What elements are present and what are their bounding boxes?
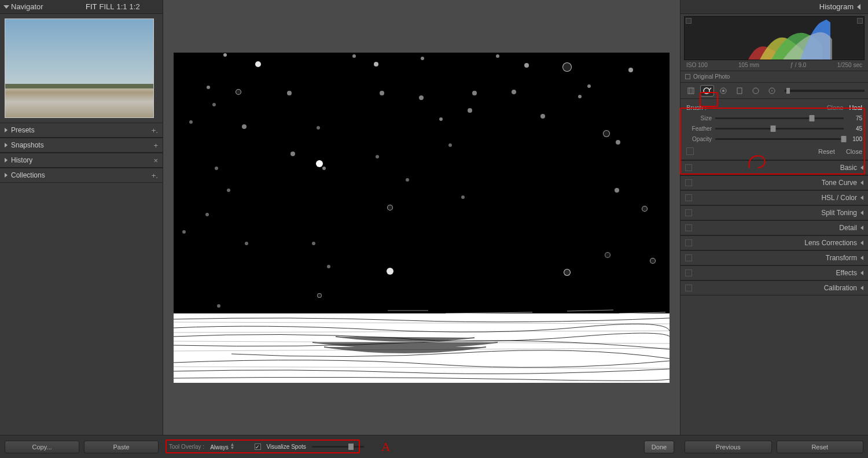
panel-switch-icon[interactable]: [685, 239, 692, 246]
dust-spot: [223, 53, 227, 57]
copy-button[interactable]: Copy...: [5, 441, 79, 453]
disclosure-icon: [860, 210, 863, 215]
zoom-options[interactable]: FITFILL1:11:2: [84, 2, 158, 11]
tool-overlay-dropdown[interactable]: Always ▲▼: [210, 443, 234, 450]
dust-spot: [182, 230, 186, 234]
slider-opacity[interactable]: Opacity100: [686, 134, 862, 144]
panel-switch-icon[interactable]: [685, 164, 692, 171]
brush-label: Brush :: [686, 104, 821, 111]
section-calibration[interactable]: Calibration: [681, 280, 868, 296]
disclosure-icon: [860, 286, 863, 290]
dust-spot: [615, 188, 619, 193]
panel-switch-icon[interactable]: [685, 254, 692, 261]
histogram-header[interactable]: Histogram: [681, 0, 868, 14]
close-button[interactable]: Close: [846, 148, 862, 155]
dust-spot: [564, 269, 571, 276]
bottom-bar: Copy... Paste Tool Overlay : Always ▲▼ ✓…: [0, 435, 868, 458]
ground-texture: [174, 313, 670, 383]
navigator-thumbnail[interactable]: [5, 19, 154, 118]
disclosure-icon: [860, 271, 863, 275]
paste-button[interactable]: Paste: [84, 441, 159, 453]
image-canvas-area: [163, 0, 680, 435]
section-hsl-color[interactable]: HSL / Color: [681, 190, 868, 205]
previous-button[interactable]: Previous: [685, 441, 772, 453]
section-basic[interactable]: Basic: [681, 160, 868, 175]
panel-presets[interactable]: Presets+.: [0, 123, 163, 138]
radial-filter-tool[interactable]: [749, 85, 763, 97]
dust-spot: [245, 242, 248, 245]
dust-spot: [380, 91, 384, 95]
dust-spot: [212, 103, 216, 106]
dust-spot: [352, 54, 356, 58]
panel-switch-icon[interactable]: [685, 194, 692, 201]
annotation-letter: A: [381, 439, 391, 455]
dust-spot: [207, 86, 210, 89]
section-transform[interactable]: Transform: [681, 250, 868, 265]
panel-switch-icon[interactable]: [686, 147, 694, 155]
section-tone-curve[interactable]: Tone Curve: [681, 175, 868, 190]
brush-tool[interactable]: [765, 85, 779, 97]
svg-rect-18: [737, 88, 742, 94]
clip-indicator-shadows[interactable]: [686, 18, 692, 24]
dust-spot: [215, 167, 218, 170]
dust-spot: [650, 258, 656, 264]
slider-size[interactable]: Size75: [686, 113, 862, 123]
dust-spot: [603, 130, 610, 137]
tool-slider[interactable]: [785, 90, 865, 92]
done-button[interactable]: Done: [644, 441, 674, 453]
disclosure-icon: [860, 256, 863, 260]
dust-spot: [327, 265, 330, 268]
navigator-header[interactable]: Navigator FITFILL1:11:2: [0, 0, 163, 14]
reset-button[interactable]: Reset: [777, 441, 864, 453]
redeye-tool[interactable]: [716, 85, 730, 97]
left-sidebar: Navigator FITFILL1:11:2 Presets+.Snapsho…: [0, 0, 163, 435]
dust-spot: [628, 68, 633, 72]
disclosure-icon: [860, 165, 863, 170]
panel-switch-icon[interactable]: [685, 269, 692, 276]
crop-tool[interactable]: [684, 85, 698, 97]
spot-removal-tool[interactable]: [700, 85, 714, 97]
visualize-spots-slider[interactable]: [312, 446, 364, 448]
dust-spot: [406, 178, 409, 182]
dust-spot: [439, 117, 443, 121]
dust-spot: [227, 189, 230, 192]
panel-switch-icon[interactable]: [685, 209, 692, 216]
tool-overlay-label: Tool Overlay :: [169, 444, 204, 450]
dust-spot: [472, 91, 477, 95]
panel-switch-icon[interactable]: [685, 285, 692, 291]
dust-spot: [312, 242, 315, 245]
dust-spot: [461, 195, 465, 199]
dust-spot: [605, 252, 610, 258]
panel-collections[interactable]: Collections+.: [0, 168, 163, 183]
svg-point-21: [771, 90, 773, 91]
dust-spot: [376, 155, 379, 158]
section-effects[interactable]: Effects: [681, 265, 868, 280]
section-split-toning[interactable]: Split Toning: [681, 205, 868, 220]
dust-spot: [242, 124, 247, 129]
panel-switch-icon[interactable]: [685, 224, 692, 231]
reset-button[interactable]: Reset: [818, 148, 835, 155]
dust-spot: [512, 90, 516, 94]
original-photo-toggle[interactable]: Original Photo: [681, 71, 868, 83]
dust-spot: [524, 63, 529, 68]
panel-switch-icon[interactable]: [685, 179, 692, 186]
graduated-filter-tool[interactable]: [733, 85, 746, 97]
image-canvas[interactable]: [174, 53, 670, 383]
dust-spot: [387, 205, 393, 210]
clone-mode[interactable]: Clone: [827, 104, 844, 111]
section-lens-corrections[interactable]: Lens Corrections: [681, 235, 868, 250]
panel-snapshots[interactable]: Snapshots+: [0, 138, 163, 153]
slider-feather[interactable]: Feather45: [686, 123, 862, 134]
dust-spot: [448, 143, 452, 147]
heal-mode[interactable]: Heal: [849, 104, 862, 111]
visualize-spots-checkbox[interactable]: ✓: [255, 444, 261, 450]
section-detail[interactable]: Detail: [681, 220, 868, 235]
svg-point-17: [722, 90, 724, 92]
disclosure-icon: [860, 226, 863, 230]
clip-indicator-highlights[interactable]: [857, 18, 863, 24]
panel-history[interactable]: History×: [0, 153, 163, 168]
disclosure-icon: [860, 195, 863, 200]
svg-point-14: [704, 88, 709, 94]
disclosure-icon: [857, 4, 860, 10]
histogram-display[interactable]: [684, 16, 865, 60]
